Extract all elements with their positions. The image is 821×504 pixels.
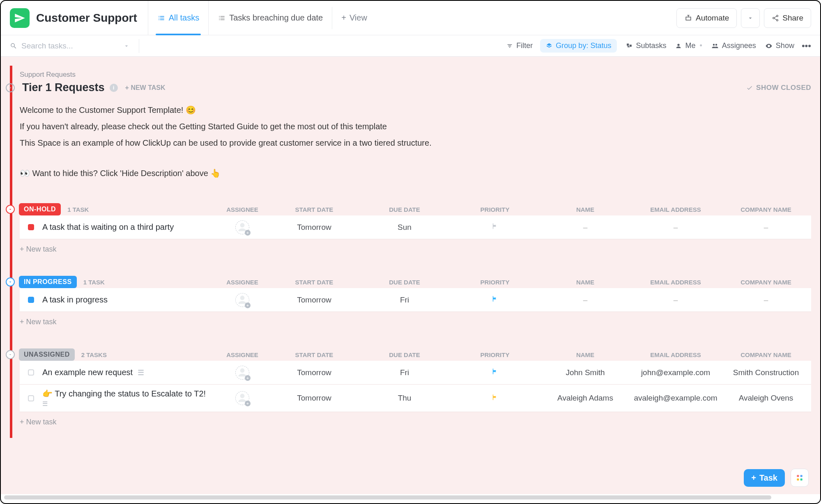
email-cell[interactable]: john@example.com — [630, 368, 721, 377]
new-task-button[interactable]: + NEW TASK — [125, 84, 166, 92]
col-name[interactable]: NAME — [540, 279, 630, 286]
breadcrumb[interactable]: Support Requests — [20, 71, 811, 79]
email-cell[interactable]: avaleigh@example.com — [630, 394, 721, 403]
horizontal-scrollbar[interactable] — [2, 494, 819, 501]
col-name[interactable]: NAME — [540, 206, 630, 213]
add-view-button[interactable]: + View — [332, 7, 376, 29]
due-date-cell[interactable]: Fri — [359, 296, 450, 305]
due-date-cell[interactable]: Fri — [359, 368, 450, 377]
task-row[interactable]: 👉 Try changing the status to Escalate to… — [20, 385, 811, 412]
filter-button[interactable]: Filter — [506, 41, 533, 50]
collapse-list-toggle[interactable] — [6, 83, 15, 92]
task-title[interactable]: A task that is waiting on a third party — [42, 222, 216, 232]
col-name[interactable]: NAME — [540, 351, 630, 358]
start-date-cell[interactable]: Tomorrow — [269, 223, 359, 232]
grid-icon — [796, 474, 804, 482]
status-square-icon[interactable] — [28, 297, 34, 303]
company-cell[interactable]: – — [721, 296, 811, 305]
task-row[interactable]: An example new request☰ Tomorrow Fri Joh… — [20, 361, 811, 385]
assignees-button[interactable]: Assignees — [711, 41, 756, 50]
col-assignee[interactable]: ASSIGNEE — [216, 206, 269, 213]
col-company[interactable]: COMPANY NAME — [721, 206, 811, 213]
top-nav: Customer Support All tasks Tasks breachi… — [1, 1, 820, 35]
priority-cell[interactable] — [450, 394, 540, 403]
col-email[interactable]: EMAIL ADDRESS — [630, 206, 721, 213]
task-row[interactable]: A task in progress Tomorrow Fri – – – — [20, 288, 811, 312]
me-button[interactable]: Me — [675, 41, 695, 50]
col-priority[interactable]: PRIORITY — [450, 206, 540, 213]
task-count: 1 TASK — [67, 206, 89, 213]
list-title[interactable]: Tier 1 Requests — [22, 81, 105, 94]
show-closed-toggle[interactable]: SHOW CLOSED — [746, 84, 811, 92]
collapse-group-toggle[interactable] — [6, 350, 15, 359]
more-menu[interactable]: ••• — [802, 41, 811, 51]
plus-icon: + — [751, 473, 756, 483]
create-task-fab[interactable]: + Task — [744, 469, 785, 487]
col-company[interactable]: COMPANY NAME — [721, 351, 811, 358]
search-box[interactable] — [10, 41, 116, 50]
collapse-group-toggle[interactable] — [6, 205, 15, 214]
status-square-icon[interactable] — [28, 395, 34, 401]
tab-all-tasks[interactable]: All tasks — [148, 1, 208, 35]
status-chip[interactable]: UNASSIGNED — [19, 348, 75, 361]
assignee-cell[interactable] — [216, 293, 269, 307]
col-email[interactable]: EMAIL ADDRESS — [630, 279, 721, 286]
col-company[interactable]: COMPANY NAME — [721, 279, 811, 286]
email-cell[interactable]: – — [630, 223, 721, 232]
automate-button[interactable]: Automate — [676, 8, 737, 28]
name-cell[interactable]: John Smith — [540, 368, 630, 377]
name-cell[interactable]: – — [540, 296, 630, 305]
col-priority[interactable]: PRIORITY — [450, 351, 540, 358]
search-scope-dropdown[interactable] — [123, 39, 139, 53]
status-chip[interactable]: ON-HOLD — [19, 203, 61, 215]
share-icon — [772, 14, 779, 22]
new-task-row[interactable]: + New task — [20, 245, 811, 254]
start-date-cell[interactable]: Tomorrow — [269, 296, 359, 305]
assignee-cell[interactable] — [216, 220, 269, 234]
collapse-group-toggle[interactable] — [6, 277, 15, 286]
due-date-cell[interactable]: Sun — [359, 223, 450, 232]
col-assignee[interactable]: ASSIGNEE — [216, 279, 269, 286]
assignee-cell[interactable] — [216, 391, 269, 405]
priority-cell[interactable] — [450, 295, 540, 305]
priority-cell[interactable] — [450, 222, 540, 232]
start-date-cell[interactable]: Tomorrow — [269, 368, 359, 377]
new-task-row[interactable]: + New task — [20, 318, 811, 326]
group-by-button[interactable]: Group by: Status — [540, 39, 617, 53]
name-cell[interactable]: – — [540, 223, 630, 232]
task-title[interactable]: A task in progress — [42, 295, 216, 305]
show-button[interactable]: Show — [765, 41, 794, 50]
col-priority[interactable]: PRIORITY — [450, 279, 540, 286]
share-button[interactable]: Share — [764, 8, 811, 28]
assignee-cell[interactable] — [216, 366, 269, 380]
col-start-date[interactable]: START DATE — [269, 206, 359, 213]
tab-breaching[interactable]: Tasks breaching due date — [208, 1, 332, 35]
due-date-cell[interactable]: Thu — [359, 394, 450, 403]
start-date-cell[interactable]: Tomorrow — [269, 394, 359, 403]
status-chip[interactable]: IN PROGRESS — [19, 276, 77, 288]
automate-dropdown[interactable] — [741, 8, 760, 28]
company-cell[interactable]: Smith Construction — [721, 368, 811, 377]
col-start-date[interactable]: START DATE — [269, 279, 359, 286]
col-due-date[interactable]: DUE DATE — [359, 279, 450, 286]
col-email[interactable]: EMAIL ADDRESS — [630, 351, 721, 358]
new-task-row[interactable]: + New task — [20, 418, 811, 426]
company-cell[interactable]: Avaleigh Ovens — [721, 394, 811, 403]
subtasks-button[interactable]: Subtasks — [626, 41, 666, 50]
email-cell[interactable]: – — [630, 296, 721, 305]
task-row[interactable]: A task that is waiting on a third party … — [20, 215, 811, 239]
status-square-icon[interactable] — [28, 224, 34, 230]
col-due-date[interactable]: DUE DATE — [359, 351, 450, 358]
info-icon[interactable]: i — [110, 84, 118, 92]
search-input[interactable] — [21, 41, 116, 50]
status-square-icon[interactable] — [28, 369, 34, 376]
priority-cell[interactable] — [450, 368, 540, 377]
apps-fab[interactable] — [791, 469, 809, 487]
task-title[interactable]: 👉 Try changing the status to Escalate to… — [42, 389, 216, 408]
company-cell[interactable]: – — [721, 223, 811, 232]
col-due-date[interactable]: DUE DATE — [359, 206, 450, 213]
col-start-date[interactable]: START DATE — [269, 351, 359, 358]
name-cell[interactable]: Avaleigh Adams — [540, 394, 630, 403]
col-assignee[interactable]: ASSIGNEE — [216, 351, 269, 358]
task-title[interactable]: An example new request☰ — [42, 368, 216, 377]
